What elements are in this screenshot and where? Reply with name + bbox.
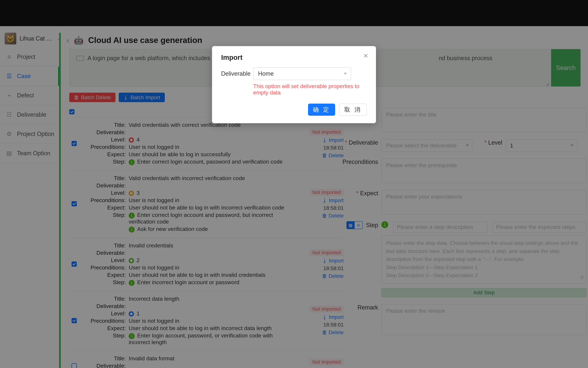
modal-cancel-button[interactable]: 取 消 xyxy=(339,104,367,116)
modal-deliverable-select[interactable]: Home xyxy=(253,67,351,80)
modal-warning: This option will set deliverable propert… xyxy=(253,83,367,96)
close-icon[interactable]: ✕ xyxy=(363,52,369,59)
modal-title: Import xyxy=(221,54,367,61)
import-modal: Import ✕ Deliverable Home This option wi… xyxy=(212,46,376,123)
modal-label-deliverable: Deliverable xyxy=(221,70,249,77)
modal-confirm-button[interactable]: 确 定 xyxy=(308,104,335,116)
